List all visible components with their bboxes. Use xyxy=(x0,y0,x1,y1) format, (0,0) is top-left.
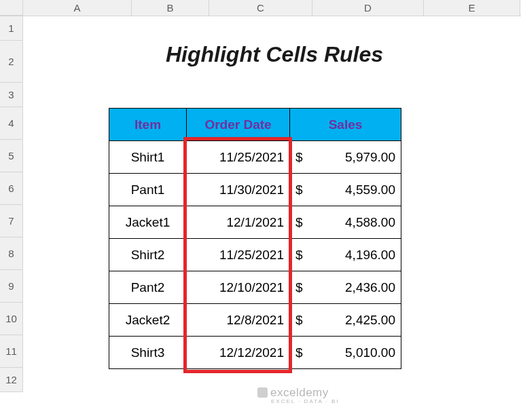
row-header-8[interactable]: 8 xyxy=(0,237,23,270)
row-header-5[interactable]: 5 xyxy=(0,140,23,172)
col-header-C[interactable]: C xyxy=(209,0,312,16)
row-header-column: 1 2 3 4 5 6 7 8 9 10 11 12 xyxy=(0,16,23,392)
cell-item[interactable]: Pant1 xyxy=(109,174,187,206)
col-header-D[interactable]: D xyxy=(312,0,424,16)
table-row: Jacket2 12/8/2021 $2,425.00 xyxy=(109,304,401,337)
col-header-B[interactable]: B xyxy=(132,0,209,16)
col-header-A[interactable]: A xyxy=(23,0,132,16)
currency-symbol: $ xyxy=(295,313,303,328)
cell-sales[interactable]: $5,010.00 xyxy=(290,337,401,369)
row-header-4[interactable]: 4 xyxy=(0,107,23,140)
row-header-6[interactable]: 6 xyxy=(0,172,23,205)
currency-symbol: $ xyxy=(295,150,303,165)
cell-date[interactable]: 11/25/2021 xyxy=(187,141,290,174)
header-item[interactable]: Item xyxy=(109,109,187,141)
sales-value: 2,436.00 xyxy=(345,280,395,295)
cell-sales[interactable]: $2,436.00 xyxy=(290,271,401,304)
sales-value: 5,010.00 xyxy=(345,345,395,360)
table-row: Jacket1 12/1/2021 $4,588.00 xyxy=(109,206,401,239)
spreadsheet-grid: A B C D E 1 2 3 4 5 6 7 8 9 10 11 12 Hig… xyxy=(0,0,521,420)
cell-item[interactable]: Shirt1 xyxy=(109,141,187,174)
cell-sales[interactable]: $2,425.00 xyxy=(290,304,401,337)
select-all-corner[interactable] xyxy=(0,0,23,16)
cell-date[interactable]: 12/1/2021 xyxy=(187,206,290,239)
header-order-date[interactable]: Order Date xyxy=(187,109,290,141)
cell-date[interactable]: 11/30/2021 xyxy=(187,174,290,206)
row-header-9[interactable]: 9 xyxy=(0,270,23,303)
cell-date[interactable]: 12/10/2021 xyxy=(187,271,290,304)
table-row: Pant1 11/30/2021 $4,559.00 xyxy=(109,174,401,206)
watermark-icon xyxy=(257,387,268,398)
cell-date[interactable]: 11/25/2021 xyxy=(187,239,290,271)
table-row: Shirt2 11/25/2021 $4,196.00 xyxy=(109,239,401,271)
data-table: Item Order Date Sales Shirt1 11/25/2021 … xyxy=(109,108,401,369)
watermark: exceldemy EXCEL · DATA · BI xyxy=(257,386,340,404)
cell-sales[interactable]: $4,196.00 xyxy=(290,239,401,271)
table-row: Shirt1 11/25/2021 $5,979.00 xyxy=(109,141,401,174)
cell-sales[interactable]: $5,979.00 xyxy=(290,141,401,174)
currency-symbol: $ xyxy=(295,280,303,295)
cell-item[interactable]: Jacket2 xyxy=(109,304,187,337)
page-title: Highlight Cells Rules xyxy=(108,42,441,67)
cells-area[interactable]: Highlight Cells Rules Item Order Date Sa… xyxy=(23,16,521,392)
row-header-7[interactable]: 7 xyxy=(0,205,23,237)
row-header-2[interactable]: 2 xyxy=(0,41,23,83)
table-row: Pant2 12/10/2021 $2,436.00 xyxy=(109,271,401,304)
sales-value: 4,559.00 xyxy=(345,183,395,197)
cell-item[interactable]: Shirt2 xyxy=(109,239,187,271)
watermark-subtext: EXCEL · DATA · BI xyxy=(271,398,340,404)
cell-date[interactable]: 12/12/2021 xyxy=(187,337,290,369)
row-header-1[interactable]: 1 xyxy=(0,16,23,41)
cell-item[interactable]: Shirt3 xyxy=(109,337,187,369)
currency-symbol: $ xyxy=(295,215,303,230)
row-header-12[interactable]: 12 xyxy=(0,368,23,392)
sales-value: 2,425.00 xyxy=(345,313,395,328)
cell-item[interactable]: Pant2 xyxy=(109,271,187,304)
cell-sales[interactable]: $4,588.00 xyxy=(290,206,401,239)
currency-symbol: $ xyxy=(295,248,303,263)
row-header-3[interactable]: 3 xyxy=(0,83,23,107)
column-header-row: A B C D E xyxy=(0,0,521,16)
watermark-text: exceldemy xyxy=(270,386,329,399)
col-header-E[interactable]: E xyxy=(424,0,520,16)
row-header-11[interactable]: 11 xyxy=(0,335,23,368)
cell-sales[interactable]: $4,559.00 xyxy=(290,174,401,206)
sales-value: 4,196.00 xyxy=(345,248,395,263)
header-sales[interactable]: Sales xyxy=(290,109,401,141)
currency-symbol: $ xyxy=(295,183,303,197)
table-header-row: Item Order Date Sales xyxy=(109,109,401,141)
sales-value: 5,979.00 xyxy=(345,150,395,165)
table-row: Shirt3 12/12/2021 $5,010.00 xyxy=(109,337,401,369)
currency-symbol: $ xyxy=(295,345,303,360)
cell-item[interactable]: Jacket1 xyxy=(109,206,187,239)
sales-value: 4,588.00 xyxy=(345,215,395,230)
row-header-10[interactable]: 10 xyxy=(0,303,23,335)
cell-date[interactable]: 12/8/2021 xyxy=(187,304,290,337)
